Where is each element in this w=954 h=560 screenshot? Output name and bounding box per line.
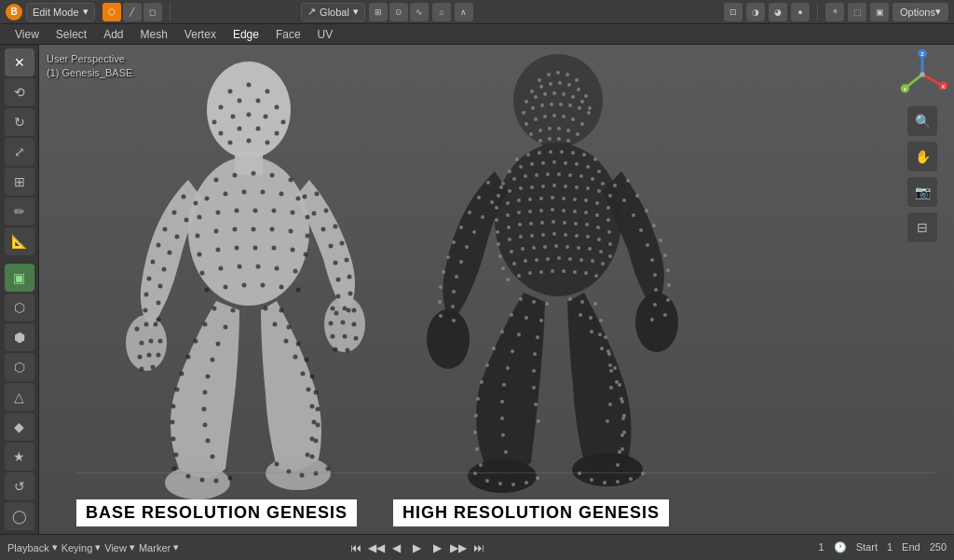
tool-move[interactable]: ⟲ xyxy=(5,78,34,106)
menu-add[interactable]: Add xyxy=(96,26,130,43)
tool-scale[interactable]: ⤢ xyxy=(5,138,34,166)
jump-start-button[interactable]: ⏮ xyxy=(347,539,365,557)
nav-zoom[interactable]: 🔍 xyxy=(907,106,937,136)
svg-point-167 xyxy=(305,358,309,362)
tool-smooth[interactable]: ◯ xyxy=(5,502,34,530)
bottom-view[interactable]: View ▾ xyxy=(104,541,135,553)
viewport-shading-render[interactable]: ● xyxy=(791,3,810,21)
tool-transform[interactable]: ⊞ xyxy=(5,168,34,196)
nav-grid[interactable]: ⊟ xyxy=(907,212,937,242)
menu-mesh[interactable]: Mesh xyxy=(133,26,175,43)
viewport-shading-solid[interactable]: ◑ xyxy=(746,3,765,21)
svg-point-81 xyxy=(172,211,177,215)
svg-point-237 xyxy=(526,153,530,157)
mode-dropdown[interactable]: Edit Mode ▾ xyxy=(26,3,95,21)
gizmo-toggle[interactable]: ⌖ xyxy=(825,3,844,21)
svg-point-254 xyxy=(512,177,516,181)
axis-gizmo[interactable]: Z X Y xyxy=(896,48,948,101)
prev-frame-button[interactable]: ◀◀ xyxy=(367,539,386,557)
svg-point-429 xyxy=(589,316,593,320)
menu-view[interactable]: View xyxy=(7,26,47,43)
svg-point-310 xyxy=(530,234,534,238)
svg-point-262 xyxy=(601,182,605,185)
tool-annotate[interactable]: ✏ xyxy=(5,198,34,225)
jump-end-button[interactable]: ⏭ xyxy=(470,539,488,557)
svg-point-314 xyxy=(575,234,579,238)
svg-point-327 xyxy=(599,250,603,253)
proportional-edit-icon[interactable]: ⊙ xyxy=(389,3,408,21)
menu-select[interactable]: Select xyxy=(48,26,94,43)
left-sidebar: ✕ ⟲ ↻ ⤢ ⊞ ✏ 📐 ▣ ⬡ ⬢ ⬡ △ ◆ ★ ↺ ◯ xyxy=(0,45,39,534)
snap-to-icon[interactable]: ∿ xyxy=(410,3,429,21)
bottom-marker[interactable]: Marker ▾ xyxy=(139,541,179,553)
current-frame: 1 xyxy=(819,541,825,553)
next-frame-button[interactable]: ▶▶ xyxy=(449,539,468,557)
overlays-toggle[interactable]: ⬚ xyxy=(848,3,866,21)
xray-toggle[interactable]: ▣ xyxy=(870,3,889,21)
tool-rotate[interactable]: ↻ xyxy=(5,108,34,136)
svg-point-292 xyxy=(573,210,577,213)
svg-point-54 xyxy=(196,234,200,239)
menu-edge[interactable]: Edge xyxy=(225,26,266,43)
tool-poly-build[interactable]: ★ xyxy=(5,443,34,471)
vertex-mode-icon[interactable]: ⬡ xyxy=(102,3,121,21)
tool-knife[interactable]: ◆ xyxy=(5,413,34,441)
nav-camera[interactable]: 📷 xyxy=(907,177,937,207)
svg-point-275 xyxy=(506,201,510,205)
options-button[interactable]: Options ▾ xyxy=(893,3,948,21)
svg-point-283 xyxy=(595,201,599,205)
svg-point-435 xyxy=(621,417,625,420)
menu-uv[interactable]: UV xyxy=(310,26,341,43)
tool-loop-cut[interactable]: △ xyxy=(5,383,34,411)
svg-point-10 xyxy=(207,61,291,158)
svg-point-25 xyxy=(231,115,236,119)
svg-point-455 xyxy=(616,480,620,484)
tool-select-box[interactable]: ▣ xyxy=(5,264,34,292)
svg-point-43 xyxy=(242,190,247,195)
svg-point-172 xyxy=(314,439,319,444)
tool-measure[interactable]: 📐 xyxy=(5,227,34,255)
svg-point-188 xyxy=(635,293,678,352)
nav-hand[interactable]: ✋ xyxy=(907,142,937,171)
tool-extrude[interactable]: ⬡ xyxy=(5,294,34,321)
next-keyframe-button[interactable]: ▶ xyxy=(429,539,447,557)
svg-point-272 xyxy=(597,189,601,193)
viewport[interactable]: User Perspective (1) Genesis_BASE Z X xyxy=(39,45,954,534)
svg-point-226 xyxy=(529,132,533,136)
tool-cursor[interactable]: ✕ xyxy=(5,48,34,76)
svg-point-159 xyxy=(307,388,311,392)
auto-merge-icon[interactable]: ∧ xyxy=(455,3,473,21)
menu-vertex[interactable]: Vertex xyxy=(177,26,224,43)
mirror-icon[interactable]: ⌂ xyxy=(432,3,451,21)
svg-point-68 xyxy=(200,271,205,276)
svg-point-391 xyxy=(492,347,496,350)
tool-inset[interactable]: ⬢ xyxy=(5,323,34,351)
bottom-playback[interactable]: Playback ▾ xyxy=(7,541,58,553)
tool-bevel[interactable]: ⬡ xyxy=(5,353,34,381)
ground-line xyxy=(76,472,935,473)
svg-point-186 xyxy=(495,143,621,296)
edge-mode-icon[interactable]: ╱ xyxy=(123,3,142,21)
svg-point-346 xyxy=(584,271,588,275)
svg-point-309 xyxy=(519,235,523,239)
svg-point-209 xyxy=(580,100,584,103)
menu-face[interactable]: Face xyxy=(268,26,308,43)
viewport-shading-material[interactable]: ◕ xyxy=(769,3,787,21)
svg-point-358 xyxy=(499,185,503,189)
face-mode-icon[interactable]: ◻ xyxy=(143,3,162,21)
svg-point-141 xyxy=(170,420,175,425)
svg-point-246 xyxy=(530,162,534,166)
svg-point-414 xyxy=(532,386,536,389)
play-button[interactable]: ▶ xyxy=(408,539,427,557)
svg-point-117 xyxy=(158,339,163,344)
svg-point-288 xyxy=(528,210,532,213)
transform-orientation-dropdown[interactable]: ↗ Global ▾ xyxy=(301,3,365,21)
prev-keyframe-button[interactable]: ◀ xyxy=(388,539,406,557)
svg-point-29 xyxy=(219,131,224,136)
snap-icon[interactable]: ⊞ xyxy=(369,3,388,21)
viewport-shading-wire[interactable]: ⊡ xyxy=(724,3,743,21)
tool-spin[interactable]: ↺ xyxy=(5,472,34,500)
svg-point-376 xyxy=(666,298,670,302)
svg-point-316 xyxy=(597,238,601,241)
bottom-keying[interactable]: Keying ▾ xyxy=(61,541,102,553)
